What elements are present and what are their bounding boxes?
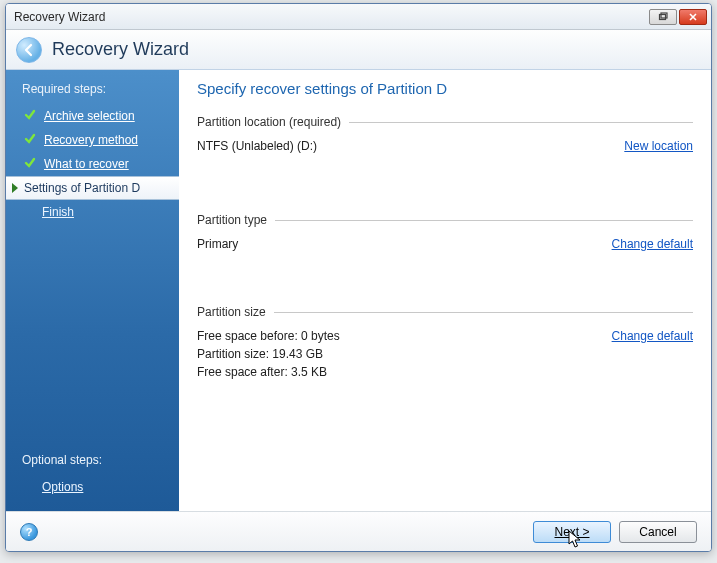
section-header-location: Partition location (required) — [197, 115, 693, 129]
content-pane: Specify recover settings of Partition D … — [179, 70, 711, 511]
section-label: Partition size — [197, 305, 274, 319]
partition-size-value: Partition size: 19.43 GB — [197, 347, 340, 361]
wizard-window: Recovery Wizard Recovery Wizard Required… — [5, 3, 712, 552]
section-label: Partition location (required) — [197, 115, 349, 129]
change-size-link[interactable]: Change default — [612, 329, 693, 343]
check-icon — [24, 133, 36, 148]
optional-block: Optional steps: Options — [6, 449, 179, 499]
wizard-body: Required steps: Archive selection Recove… — [6, 70, 711, 511]
sidebar: Required steps: Archive selection Recove… — [6, 70, 179, 511]
change-type-link[interactable]: Change default — [612, 237, 693, 251]
back-button[interactable] — [16, 37, 42, 63]
header-band: Recovery Wizard — [6, 30, 711, 70]
sidebar-step-label: Options — [42, 480, 83, 494]
location-row: NTFS (Unlabeled) (D:) New location — [197, 139, 693, 153]
sidebar-step-recovery-method[interactable]: Recovery method — [6, 128, 179, 152]
help-icon[interactable]: ? — [20, 523, 38, 541]
sidebar-step-options[interactable]: Options — [6, 475, 179, 499]
sidebar-step-label: Recovery method — [44, 133, 138, 147]
divider — [275, 220, 693, 221]
sidebar-step-settings-partition-d[interactable]: Settings of Partition D — [6, 176, 179, 200]
check-icon — [24, 157, 36, 172]
sidebar-step-archive-selection[interactable]: Archive selection — [6, 104, 179, 128]
size-lines: Free space before: 0 bytes Partition siz… — [197, 329, 340, 383]
sidebar-step-finish[interactable]: Finish — [6, 200, 179, 224]
section-label: Partition type — [197, 213, 275, 227]
type-row: Primary Change default — [197, 237, 693, 251]
titlebar-text: Recovery Wizard — [14, 10, 647, 24]
optional-steps-label: Optional steps: — [6, 449, 179, 475]
sidebar-step-label: Finish — [42, 205, 74, 219]
section-header-size: Partition size — [197, 305, 693, 319]
sidebar-step-what-to-recover[interactable]: What to recover — [6, 152, 179, 176]
header-title: Recovery Wizard — [52, 39, 189, 60]
sidebar-step-label: Settings of Partition D — [24, 181, 140, 195]
divider — [274, 312, 693, 313]
location-value: NTFS (Unlabeled) (D:) — [197, 139, 317, 153]
page-title: Specify recover settings of Partition D — [197, 80, 693, 97]
check-icon — [24, 109, 36, 124]
type-value: Primary — [197, 237, 238, 251]
cancel-button[interactable]: Cancel — [619, 521, 697, 543]
sidebar-step-label: Archive selection — [44, 109, 135, 123]
next-button[interactable]: Next > — [533, 521, 611, 543]
free-after-value: Free space after: 3.5 KB — [197, 365, 340, 379]
titlebar: Recovery Wizard — [6, 4, 711, 30]
divider — [349, 122, 693, 123]
close-button[interactable] — [679, 9, 707, 25]
section-header-type: Partition type — [197, 213, 693, 227]
free-before-value: Free space before: 0 bytes — [197, 329, 340, 343]
sidebar-step-label: What to recover — [44, 157, 129, 171]
restore-button[interactable] — [649, 9, 677, 25]
new-location-link[interactable]: New location — [624, 139, 693, 153]
required-steps-label: Required steps: — [6, 78, 179, 104]
size-row: Free space before: 0 bytes Partition siz… — [197, 329, 693, 383]
footer: ? Next > Cancel — [6, 511, 711, 551]
